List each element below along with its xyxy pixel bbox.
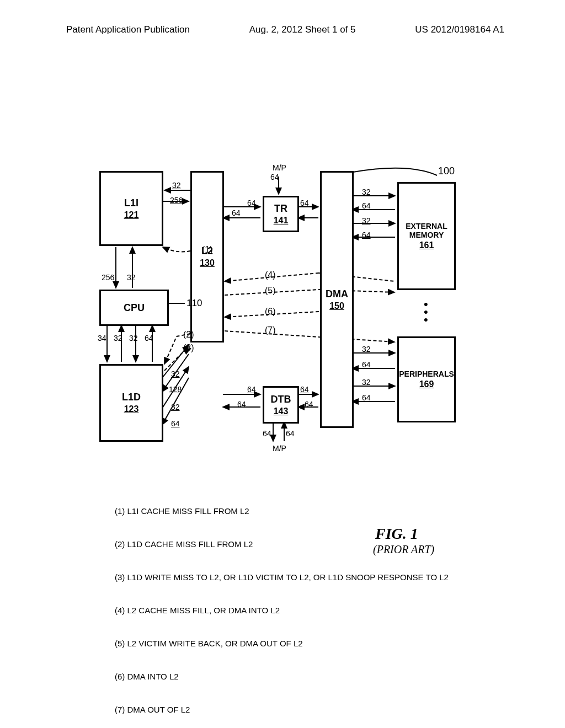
figure-title: FIG. 1 — [375, 525, 418, 543]
path-label-1: (1) — [202, 245, 213, 255]
bus-cpu-l1i-32: 32 — [127, 273, 136, 282]
bus-dtb-l-64b: 64 — [237, 400, 246, 409]
bus-dtb-r-64b: 64 — [305, 400, 313, 409]
legend-line-1: (1) L1I CACHE MISS FILL FROM L2 — [115, 506, 449, 517]
bus-l1i-l2-32: 32 — [172, 181, 181, 190]
path-label-7: (7) — [265, 325, 276, 335]
bus-cpu-l1d-64: 64 — [145, 334, 153, 342]
ext-title: EXTERNAL MEMORY — [399, 222, 454, 239]
path-label-5: (5) — [265, 286, 276, 296]
legend-line-4: (4) L2 CACHE MISS FILL, OR DMA INTO L2 — [115, 605, 449, 616]
block-tr: TR 141 — [263, 196, 299, 232]
path-label-6: (6) — [265, 307, 276, 317]
legend-line-3: (3) L1D WRITE MISS TO L2, OR L1D VICTIM … — [115, 572, 449, 583]
per-ref: 169 — [419, 379, 434, 389]
block-l2: L2 130 — [190, 171, 224, 342]
bus-l1d-l2-64: 64 — [171, 419, 180, 428]
bus-dtb-mp-64a: 64 — [263, 429, 271, 438]
bus-dma-ext-64a: 64 — [362, 201, 371, 210]
header-left: Patent Application Publication — [66, 24, 190, 35]
bus-l2-tr-64: 64 — [232, 208, 241, 217]
bus-cpu-l1d-34: 34 — [98, 334, 106, 342]
path-label-4: (4) — [265, 270, 276, 280]
per-title: PERIPHERALS — [399, 370, 454, 378]
bus-cpu-l1d-32a: 32 — [114, 334, 122, 342]
tr-ref: 141 — [274, 216, 289, 226]
dma-title: DMA — [326, 288, 348, 300]
legend-line-7: (7) DMA OUT OF L2 — [115, 704, 449, 715]
diagram: L1I 121 L2 130 CPU L1D 123 TR 141 DTB 14… — [99, 165, 486, 474]
legend-line-6: (6) DMA INTO L2 — [115, 671, 449, 682]
bus-cpu-l1d-32b: 32 — [129, 334, 138, 342]
bus-dma-ext-32b: 32 — [362, 216, 371, 225]
block-dtb: DTB 143 — [263, 386, 299, 424]
bus-dtb-r-64a: 64 — [300, 385, 309, 394]
bus-dma-ext-64b: 64 — [362, 231, 371, 239]
dma-ref: 150 — [329, 301, 344, 311]
header-right: US 2012/0198164 A1 — [415, 24, 504, 35]
l1i-ref: 121 — [124, 210, 139, 220]
block-external-memory: EXTERNAL MEMORY 161 — [397, 182, 456, 290]
legend-line-5: (5) L2 VICTIM WRITE BACK, OR DMA OUT OF … — [115, 638, 449, 649]
bus-dtb-mp-64b: 64 — [286, 429, 295, 438]
label-mp-top: M/P — [273, 163, 286, 172]
ellipsis-icon: ••• — [424, 301, 428, 324]
tr-title: TR — [274, 203, 287, 215]
block-peripherals: PERIPHERALS 169 — [397, 336, 456, 422]
ref-110: 110 — [186, 298, 202, 309]
label-mp-bottom: M/P — [273, 444, 286, 453]
bus-tr-r-64: 64 — [300, 199, 309, 207]
page: Patent Application Publication Aug. 2, 2… — [0, 0, 565, 728]
bus-l1d-l2-32: 32 — [171, 370, 180, 378]
l2-ref: 130 — [200, 258, 215, 268]
dtb-title: DTB — [271, 394, 291, 405]
page-header: Patent Application Publication Aug. 2, 2… — [0, 24, 565, 35]
cpu-title: CPU — [124, 302, 145, 314]
path-label-3: (3) — [183, 343, 194, 353]
legend: (1) L1I CACHE MISS FILL FROM L2 (2) L1D … — [115, 484, 449, 728]
bus-dma-per-64b: 64 — [362, 393, 371, 402]
l1d-title: L1D — [122, 392, 141, 403]
block-dma: DMA 150 — [320, 171, 354, 428]
ext-ref: 161 — [419, 240, 434, 250]
block-cpu: CPU — [99, 290, 169, 326]
block-l1d: L1D 123 — [99, 364, 163, 442]
bus-l1i-l2-256: 256 — [170, 196, 183, 205]
svg-line-36 — [225, 331, 395, 342]
l1i-title: L1I — [124, 197, 138, 209]
dtb-ref: 143 — [274, 406, 289, 416]
header-center: Aug. 2, 2012 Sheet 1 of 5 — [249, 24, 356, 35]
bus-dma-ext-32a: 32 — [362, 188, 371, 196]
block-l1i: L1I 121 — [99, 171, 163, 246]
bus-tr-l-64: 64 — [247, 199, 256, 207]
figure-subtitle: (PRIOR ART) — [373, 543, 434, 556]
path-label-2: (2) — [183, 330, 194, 340]
ref-100: 100 — [438, 165, 455, 177]
bus-dma-per-64a: 64 — [362, 360, 371, 369]
bus-dma-per-32a: 32 — [362, 345, 371, 354]
bus-cpu-l1i-256: 256 — [102, 273, 114, 282]
bus-dma-per-32b: 32 — [362, 378, 371, 387]
bus-l1d-l2-128: 128 — [169, 385, 182, 394]
bus-tr-mp-64: 64 — [270, 173, 279, 181]
l1d-ref: 123 — [124, 404, 139, 414]
bus-dtb-l-64a: 64 — [247, 385, 256, 394]
bus-l1d-l2-32b: 32 — [171, 403, 180, 411]
